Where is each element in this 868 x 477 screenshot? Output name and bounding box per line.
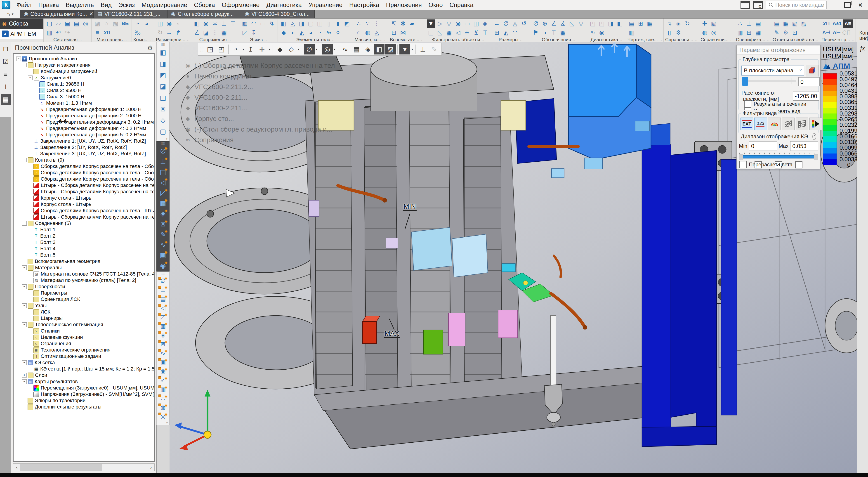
document-tab-2[interactable]: ◉Стол всборе с редук... bbox=[167, 10, 241, 18]
tool-icon[interactable]: ✎ bbox=[773, 28, 781, 37]
menu-item-6[interactable]: Сборка bbox=[191, 0, 218, 10]
group-grip-icon[interactable]: ∷ bbox=[150, 37, 153, 41]
tool-icon[interactable]: ⊞ bbox=[493, 28, 501, 37]
tree-item-24[interactable]: Сборка деталями Корпус рассечен на тела … bbox=[14, 208, 154, 214]
close-button[interactable]: × bbox=[856, 1, 865, 9]
tool-icon[interactable]: ⊡ bbox=[791, 28, 799, 37]
tool-icon[interactable]: ▢ bbox=[307, 20, 315, 28]
view-depth-select[interactable]: В плоскости экрана˅ bbox=[741, 65, 804, 76]
tool-icon[interactable]: ↔ bbox=[165, 28, 174, 37]
tool-icon[interactable]: ◑ bbox=[541, 28, 549, 37]
tool-icon[interactable]: ◆ bbox=[279, 28, 288, 37]
tree-item-3[interactable]: −✓Загружение0 bbox=[14, 74, 154, 81]
collapsed-panel-strip[interactable]: fx bbox=[857, 42, 868, 473]
group-grip-icon[interactable]: ∷ bbox=[695, 37, 698, 41]
hide-in-component-icon[interactable]: ⊥◉ bbox=[158, 285, 168, 294]
tool-icon[interactable]: ↸ bbox=[390, 20, 398, 28]
tree-item-38[interactable]: Ориентация ЛСК bbox=[14, 296, 154, 302]
tree-item-46[interactable]: ▦Технологические ограничения bbox=[14, 347, 154, 353]
tree-item-11[interactable]: ↘Предварительная деформация 4: 0.2 Н*мм bbox=[14, 125, 154, 131]
tree-item-17[interactable]: ▫Сборка деталями Корпус рассечен на тела… bbox=[14, 163, 154, 170]
tool-icon[interactable]: ↷ bbox=[63, 28, 72, 37]
tool-icon[interactable]: T bbox=[481, 28, 489, 37]
tool-icon[interactable]: ‰ bbox=[133, 28, 142, 37]
tool-icon[interactable]: ▯ bbox=[665, 28, 674, 37]
tree-item-48[interactable]: −▦КЭ сетка bbox=[14, 359, 154, 366]
viewport-tool-icon[interactable]: ✎ bbox=[429, 44, 440, 55]
tree-item-54[interactable]: Эпюры по траектории bbox=[14, 397, 154, 404]
group-grip-icon[interactable]: ∷ bbox=[265, 37, 267, 41]
viewport-tool-icon[interactable]: ◇ bbox=[286, 44, 297, 55]
tree-item-13[interactable]: ⊥Закрепление 1: [UX, UY, UZ, RotX, RotY,… bbox=[14, 138, 154, 144]
tool-icon[interactable]: ▦ bbox=[646, 20, 654, 28]
chevron-down-icon[interactable]: ▾ bbox=[269, 47, 270, 51]
menu-item-1[interactable]: Правка bbox=[35, 0, 62, 10]
layers-icon[interactable]: ≡ bbox=[1, 69, 11, 80]
tool-icon[interactable]: ↻ bbox=[156, 28, 164, 37]
tree-item-22[interactable]: Корпус стола - Штырь bbox=[14, 195, 154, 201]
hierarchy-icon[interactable]: ⊥ bbox=[1, 81, 11, 92]
tree-item-53[interactable]: Напряжения (Загружение0) - SVM[Н/мм^2], … bbox=[14, 391, 154, 397]
tool-icon[interactable]: ◍ bbox=[701, 28, 709, 37]
tool-icon[interactable]: ◊ bbox=[334, 28, 342, 37]
hide-in-component-icon[interactable]: ∿◉ bbox=[158, 349, 168, 358]
group-grip-icon[interactable]: ∷ bbox=[482, 37, 484, 41]
viewport-tool-icon[interactable]: ◔ bbox=[230, 44, 241, 55]
tool-icon[interactable]: ▫ bbox=[174, 20, 182, 28]
hide-in-component-icon[interactable]: ◁◉ bbox=[158, 303, 168, 312]
collapse-icon[interactable]: − bbox=[16, 57, 21, 61]
close-tab-icon[interactable]: ✕ bbox=[89, 11, 93, 17]
document-tab-3[interactable]: ◉VFC1600-4.300_Стол... bbox=[241, 10, 315, 18]
chevron-down-icon[interactable]: ▾ bbox=[316, 47, 318, 51]
fx-variables-icon[interactable]: fx bbox=[857, 44, 868, 52]
tree-item-44[interactable]: ∪Целевые функции bbox=[14, 334, 154, 340]
tool-icon[interactable]: ◎ bbox=[81, 20, 90, 28]
tool-icon[interactable]: ↺ bbox=[520, 20, 528, 28]
tool-icon[interactable]: ◫ bbox=[315, 20, 324, 28]
depth-slider[interactable] bbox=[742, 80, 796, 82]
viewport-tool-icon[interactable]: ∿ bbox=[340, 44, 350, 55]
tree-item-41[interactable]: Шарниры bbox=[14, 315, 154, 322]
tool-icon[interactable]: ◫ bbox=[156, 20, 164, 28]
hide-in-component-icon[interactable]: ∴◉ bbox=[158, 394, 168, 403]
tool-icon[interactable]: ◭ bbox=[502, 28, 510, 37]
tool-icon[interactable]: ▨ bbox=[93, 20, 101, 28]
group-grip-icon[interactable]: ∷ bbox=[332, 37, 335, 41]
distance-field[interactable]: -1205.00 bbox=[793, 92, 819, 100]
hide-in-component-icon[interactable]: ◈◉ bbox=[158, 330, 168, 339]
menu-item-13[interactable]: Справка bbox=[446, 0, 477, 10]
tool-icon[interactable]: ⚙ bbox=[674, 28, 683, 37]
tool-icon[interactable]: ✚ bbox=[701, 20, 709, 28]
tool-icon[interactable]: УП bbox=[102, 28, 112, 37]
collapse-icon[interactable]: − bbox=[22, 265, 27, 270]
tool-icon[interactable]: ▦ bbox=[754, 28, 762, 37]
chevron-down-icon[interactable]: ▾ bbox=[298, 47, 300, 51]
tool-icon[interactable]: ◉ bbox=[598, 28, 606, 37]
tool-icon[interactable]: ◔ bbox=[133, 20, 142, 28]
view-cube-icon[interactable]: ◨ bbox=[158, 58, 168, 69]
chevron-down-icon[interactable]: ▾ bbox=[411, 47, 413, 51]
tree-item-35[interactable]: ▨Материал по умолчанию (сталь) [Тела: 2] bbox=[14, 277, 154, 284]
home-button[interactable]: ⌂▾ bbox=[0, 10, 20, 18]
menu-item-7[interactable]: Оформление bbox=[218, 0, 263, 10]
viewport-tool-icon[interactable]: ✛ bbox=[256, 44, 268, 55]
viewport-tool-icon[interactable]: ◳ bbox=[205, 44, 215, 55]
tool-icon[interactable]: ↶ bbox=[54, 28, 63, 37]
menu-item-0[interactable]: Файл bbox=[13, 0, 35, 10]
collapse-icon[interactable]: − bbox=[22, 158, 27, 162]
tool-icon[interactable]: ✱ bbox=[399, 20, 407, 28]
chevron-down-icon[interactable]: ▾ bbox=[334, 47, 336, 51]
tree-item-4[interactable]: ↓Сила 1: 39856 Н bbox=[14, 81, 154, 87]
tool-icon[interactable]: ◗ bbox=[288, 28, 297, 37]
tree-item-23[interactable]: Корпус стола - Штырь bbox=[14, 201, 154, 208]
hide-object-icon[interactable]: ▤◉ bbox=[158, 167, 168, 177]
menu-item-2[interactable]: Выделить bbox=[62, 0, 97, 10]
collapse-icon[interactable]: − bbox=[22, 63, 27, 67]
collapse-icon[interactable]: − bbox=[22, 303, 27, 308]
collapse-icon[interactable]: − bbox=[22, 285, 27, 289]
tool-icon[interactable]: ⊤ bbox=[229, 20, 237, 28]
tool-icon[interactable]: ◉ bbox=[202, 20, 210, 28]
tool-icon[interactable]: ⋈ bbox=[399, 28, 407, 37]
tool-icon[interactable]: ▽ bbox=[445, 20, 453, 28]
tool-icon[interactable]: А⊣ bbox=[822, 28, 831, 37]
